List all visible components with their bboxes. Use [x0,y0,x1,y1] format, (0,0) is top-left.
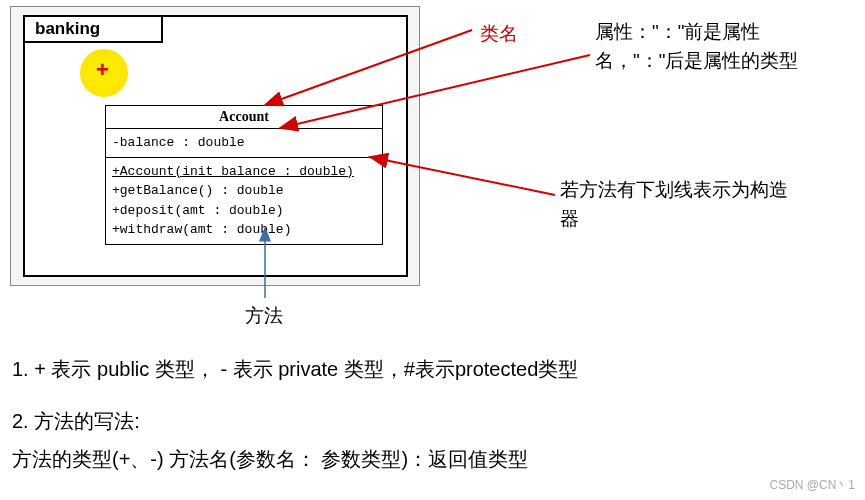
class-name: Account [106,106,382,129]
watermark: CSDN @CN丶1 [769,477,855,494]
class-box: Account -balance : double +Account(init_… [105,105,383,245]
method-getbalance: +getBalance() : double [112,181,376,201]
class-methods: +Account(init_balance : double) +getBala… [106,158,382,244]
method-deposit: +deposit(amt : double) [112,201,376,221]
attribute-line: -balance : double [112,133,376,153]
uml-panel: banking + Account -balance : double +Acc… [10,6,420,286]
plus-icon: + [96,57,109,83]
label-attribute-text: 属性："："前是属性名，"："后是属性的类型 [595,21,799,71]
label-constructor: 若方法有下划线表示为构造器 [560,176,790,233]
explanation-line1: 1. + 表示 public 类型， - 表示 private 类型，#表示pr… [12,350,832,388]
explanation-line3: 方法的类型(+、-) 方法名(参数名： 参数类型)：返回值类型 [12,440,832,478]
label-attribute: 属性："："前是属性名，"："后是属性的类型 [595,18,825,75]
label-classname: 类名 [480,20,518,49]
package-box: banking + Account -balance : double +Acc… [23,15,408,277]
class-attributes: -balance : double [106,129,382,158]
constructor-line: +Account(init_balance : double) [112,162,376,182]
explanation-block: 1. + 表示 public 类型， - 表示 private 类型，#表示pr… [12,350,832,478]
label-method: 方法 [245,302,283,331]
explanation-line2: 2. 方法的写法: [12,402,832,440]
method-withdraw: +withdraw(amt : double) [112,220,376,240]
package-name: banking [23,15,163,43]
